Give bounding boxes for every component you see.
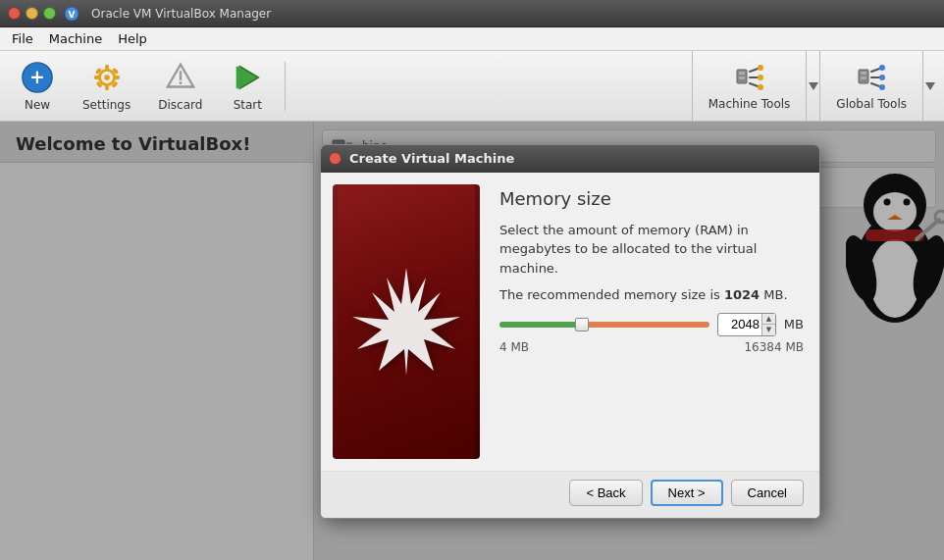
minimize-button[interactable] [26, 7, 38, 20]
slider-container [499, 315, 709, 334]
dialog-close-button[interactable] [329, 152, 341, 165]
svg-point-36 [879, 75, 885, 80]
next-button[interactable]: Next > [651, 480, 723, 506]
toolbar-settings-button[interactable]: Settings [71, 57, 142, 116]
create-vm-dialog: Create Virtual Machine Memory size [320, 144, 820, 519]
svg-point-27 [758, 84, 763, 90]
global-tools-label: Global Tools [836, 97, 907, 111]
svg-point-37 [879, 84, 885, 90]
start-icon [230, 61, 265, 94]
dialog-body: Memory size Select the amount of memory … [321, 173, 819, 471]
svg-rect-8 [93, 76, 100, 79]
toolbar: + New Settings Discard [0, 51, 944, 122]
dialog-content: Memory size Select the amount of memory … [492, 173, 819, 471]
memory-spinbox: ▲ ▼ [717, 313, 776, 336]
machine-tools-icon [733, 62, 766, 93]
recommended-value: 1024 [724, 287, 760, 302]
new-label: New [25, 98, 50, 112]
svg-rect-30 [861, 72, 866, 75]
app-title: Oracle VM VirtualBox Manager [91, 7, 271, 21]
dialog-footer: < Back Next > Cancel [321, 471, 819, 518]
svg-marker-38 [925, 82, 935, 90]
svg-point-5 [104, 75, 110, 80]
svg-rect-18 [236, 66, 241, 88]
svg-rect-20 [739, 72, 745, 75]
svg-rect-7 [105, 83, 109, 90]
svg-point-25 [758, 65, 763, 71]
memory-slider-thumb[interactable] [575, 318, 589, 331]
global-tools-button[interactable]: Global Tools [819, 51, 922, 121]
menu-machine[interactable]: Machine [41, 29, 110, 48]
svg-rect-9 [113, 76, 120, 79]
discard-icon [163, 61, 198, 94]
menu-bar: File Machine Help [0, 27, 944, 51]
svg-rect-6 [105, 64, 109, 71]
maximize-button[interactable] [43, 7, 56, 20]
window-controls [8, 7, 56, 20]
app-icon: V [64, 6, 79, 22]
spinbox-down-button[interactable]: ▼ [762, 325, 775, 335]
chevron-down-icon [809, 82, 818, 90]
machine-tools-button[interactable]: Machine Tools [692, 51, 807, 121]
svg-rect-21 [739, 76, 745, 79]
start-label: Start [234, 98, 262, 112]
svg-point-35 [879, 65, 885, 71]
dialog-heading: Memory size [499, 188, 804, 209]
title-bar: V Oracle VM VirtualBox Manager [0, 0, 944, 27]
memory-range: 4 MB 16384 MB [499, 340, 804, 354]
memory-min-label: 4 MB [499, 340, 529, 354]
svg-marker-28 [809, 82, 818, 90]
recommended-text: The recommended memory size is 1024 MB. [499, 285, 804, 305]
back-button[interactable]: < Back [569, 480, 642, 506]
toolbar-discard-button[interactable]: Discard [146, 57, 214, 116]
toolbar-separator [285, 62, 286, 111]
unit-label: MB [784, 317, 804, 331]
close-button[interactable] [8, 7, 21, 20]
menu-file[interactable]: File [4, 29, 41, 48]
svg-marker-39 [352, 268, 460, 376]
memory-slider-track [499, 322, 709, 328]
toolbar-right: Machine Tools [692, 51, 936, 121]
svg-marker-17 [240, 66, 259, 88]
spinbox-arrows: ▲ ▼ [761, 314, 775, 335]
toolbar-start-button[interactable]: Start [218, 57, 277, 116]
dialog-image [333, 184, 480, 459]
memory-max-label: 16384 MB [744, 340, 804, 354]
settings-label: Settings [82, 98, 131, 112]
new-icon: + [20, 61, 55, 94]
settings-icon [89, 61, 125, 94]
dialog-description: Select the amount of memory (RAM) in meg… [499, 221, 804, 279]
svg-point-16 [179, 81, 182, 84]
machine-tools-label: Machine Tools [708, 97, 791, 111]
memory-slider-row: ▲ ▼ MB [499, 313, 804, 336]
global-tools-group: Global Tools [819, 51, 936, 121]
machine-tools-group: Machine Tools [692, 51, 820, 121]
dialog-title: Create Virtual Machine [349, 151, 514, 166]
global-tools-dropdown[interactable] [922, 51, 936, 121]
memory-input[interactable] [718, 314, 761, 335]
svg-text:V: V [69, 10, 76, 20]
chevron-down-small-icon [925, 82, 935, 90]
machine-tools-dropdown[interactable] [806, 51, 819, 121]
svg-text:+: + [29, 65, 45, 86]
main-area: Welcome to VirtualBox! Create Virtual Ma… [0, 122, 944, 560]
svg-rect-31 [861, 76, 866, 79]
spinbox-up-button[interactable]: ▲ [762, 314, 775, 326]
global-tools-icon [855, 62, 888, 93]
toolbar-new-button[interactable]: + New [8, 57, 67, 116]
svg-point-26 [758, 75, 763, 80]
dialog-titlebar: Create Virtual Machine [321, 145, 819, 173]
discard-label: Discard [158, 98, 202, 112]
splash-bg [338, 184, 475, 459]
menu-help[interactable]: Help [110, 29, 155, 48]
splash-star [347, 263, 465, 381]
dialog-overlay: Create Virtual Machine Memory size [0, 122, 944, 560]
cancel-button[interactable]: Cancel [731, 480, 804, 506]
